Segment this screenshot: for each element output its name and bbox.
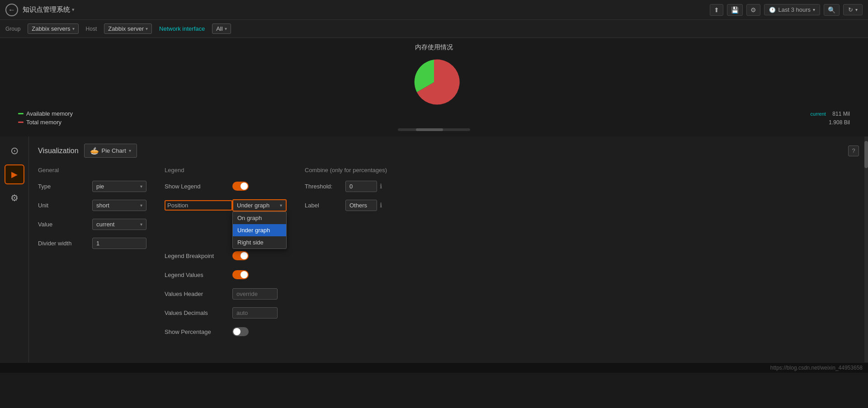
footer: https://blog.csdn.net/weixin_44953658: [0, 362, 868, 373]
legend-values-toggle[interactable]: [232, 270, 249, 279]
type-select[interactable]: pie ▾: [92, 181, 146, 192]
back-icon: ←: [8, 6, 15, 14]
pie-chart: [407, 55, 461, 109]
position-dropdown: On graph Under graph Right side: [232, 211, 287, 249]
time-range-button[interactable]: 🕐 Last 3 hours ▾: [764, 4, 820, 15]
unit-label: Unit: [38, 202, 92, 209]
viz-title: Visualization: [38, 147, 79, 155]
app-title: 知识点管理系统 ▾: [23, 5, 75, 14]
values-decimals-row: Values Decimals: [165, 305, 287, 320]
sidebar-settings-icon[interactable]: ⚙: [5, 188, 24, 208]
pie-chart-icon: 🥧: [90, 146, 99, 155]
available-memory-dot: [18, 113, 24, 114]
value-label: Value: [38, 221, 92, 228]
threshold-label: Threshold:: [305, 183, 345, 190]
top-bar: ← 知识点管理系统 ▾ ⬆ 💾 ⚙ 🕐 Last 3 hours ▾ 🔍 ↻ ▾: [0, 0, 868, 20]
viz-panel: Visualization 🥧 Pie Chart ▾ ? General Ty…: [29, 136, 868, 362]
chart-area: 内存使用情况 Available memory current 811 Mil …: [0, 38, 868, 136]
legend-values-label: Legend Values: [165, 272, 232, 278]
dropdown-on-graph[interactable]: On graph: [233, 212, 286, 224]
dropdown-under-graph[interactable]: Under graph: [233, 224, 286, 236]
top-bar-left: ← 知识点管理系统 ▾: [5, 4, 710, 16]
combine-label-label: Label: [305, 202, 345, 209]
breakpoint-row: Legend Breakpoint: [165, 249, 287, 263]
right-scrollbar[interactable]: [864, 136, 868, 362]
general-column: General Type pie ▾ Unit short ▾ V: [38, 167, 146, 343]
divider-row: Divider width: [38, 236, 146, 250]
values-decimals-label: Values Decimals: [165, 310, 232, 316]
show-legend-row: Show Legend: [165, 179, 287, 193]
filter-bar: Group Zabbix servers ▾ Host Zabbix serve…: [0, 20, 868, 38]
breakpoint-label: Legend Breakpoint: [165, 253, 232, 259]
position-wrapper: Under graph ▾ On graph Under graph Right…: [232, 199, 287, 211]
legend-values-row: Legend Values: [165, 267, 287, 282]
footer-url: https://blog.csdn.net/weixin_44953658: [770, 365, 863, 371]
value-row: Value current ▾: [38, 217, 146, 231]
unit-select[interactable]: short ▾: [92, 200, 146, 211]
available-memory-label: Available memory: [26, 110, 73, 117]
help-button[interactable]: ?: [848, 145, 859, 156]
show-legend-toggle[interactable]: [232, 182, 249, 191]
network-interface-label: Network interface: [159, 25, 205, 32]
export-button[interactable]: ⬆: [710, 4, 723, 16]
divider-input[interactable]: [92, 238, 146, 249]
total-memory-value: 1.908 Bil: [829, 119, 850, 126]
group-select[interactable]: Zabbix servers ▾: [28, 23, 78, 34]
position-row: Position Under graph ▾ On graph Under gr…: [165, 198, 287, 212]
main-content: ⊙ ▶ ⚙ Visualization 🥧 Pie Chart ▾ ? G: [0, 136, 868, 362]
values-header-input[interactable]: [232, 288, 278, 300]
threshold-row: Threshold: ℹ: [305, 179, 413, 193]
chart-title: 内存使用情况: [415, 43, 453, 52]
position-select[interactable]: Under graph ▾: [232, 199, 287, 211]
general-header: General: [38, 167, 146, 174]
threshold-info-icon[interactable]: ℹ: [380, 183, 382, 190]
sidebar-database-icon[interactable]: ⊙: [5, 141, 24, 161]
viz-header: Visualization 🥧 Pie Chart ▾ ?: [38, 144, 859, 158]
show-percentage-toggle[interactable]: [232, 327, 249, 336]
available-memory-value: 811 Mil: [832, 111, 850, 117]
combine-header: Combine (only for percentages): [305, 167, 413, 174]
unit-row: Unit short ▾: [38, 198, 146, 212]
total-memory-dot: [18, 122, 24, 123]
show-percentage-label: Show Percentage: [165, 328, 232, 335]
show-legend-label: Show Legend: [165, 183, 232, 190]
sidebar: ⊙ ▶ ⚙: [0, 136, 29, 362]
position-label: Position: [165, 200, 232, 211]
chart-legend: Available memory current 811 Mil Total m…: [0, 109, 868, 127]
dropdown-right-side[interactable]: Right side: [233, 236, 286, 249]
threshold-input[interactable]: [345, 181, 377, 192]
chart-scrollbar[interactable]: [396, 127, 472, 133]
breakpoint-toggle[interactable]: [232, 251, 249, 260]
legend-item-available: Available memory current 811 Mil: [0, 109, 868, 118]
show-percentage-row: Show Percentage: [165, 324, 287, 339]
type-row: Type pie ▾: [38, 179, 146, 193]
current-label: current: [811, 111, 826, 117]
legend-column: Legend Show Legend Position Under graph …: [165, 167, 287, 343]
values-header-row: Values Header: [165, 286, 287, 301]
label-row: Label ℹ: [305, 198, 413, 212]
value-select[interactable]: current ▾: [92, 219, 146, 230]
divider-label: Divider width: [38, 240, 92, 247]
clock-icon: 🕐: [769, 7, 776, 13]
values-decimals-input[interactable]: [232, 307, 278, 319]
gear-button[interactable]: ⚙: [746, 4, 760, 16]
sidebar-chart-icon[interactable]: ▶: [5, 164, 24, 184]
back-button[interactable]: ←: [5, 4, 18, 16]
group-label: Group: [5, 26, 20, 32]
combine-column: Combine (only for percentages) Threshold…: [305, 167, 413, 343]
all-select[interactable]: All ▾: [212, 23, 231, 34]
legend-item-total: Total memory 1.908 Bil: [0, 118, 868, 127]
settings-columns: General Type pie ▾ Unit short ▾ V: [38, 167, 859, 343]
total-memory-label: Total memory: [26, 119, 61, 126]
label-info-icon[interactable]: ℹ: [380, 202, 382, 209]
values-header-label: Values Header: [165, 291, 232, 297]
refresh-icon: ↻: [848, 6, 853, 13]
search-button[interactable]: 🔍: [824, 4, 840, 16]
save-button[interactable]: 💾: [727, 4, 743, 16]
host-select[interactable]: Zabbix server ▾: [104, 23, 152, 34]
refresh-button[interactable]: ↻ ▾: [843, 4, 863, 15]
combine-label-input[interactable]: [345, 200, 377, 211]
legend-header: Legend: [165, 167, 287, 174]
chart-type-button[interactable]: 🥧 Pie Chart ▾: [84, 144, 137, 158]
type-label: Type: [38, 183, 92, 190]
